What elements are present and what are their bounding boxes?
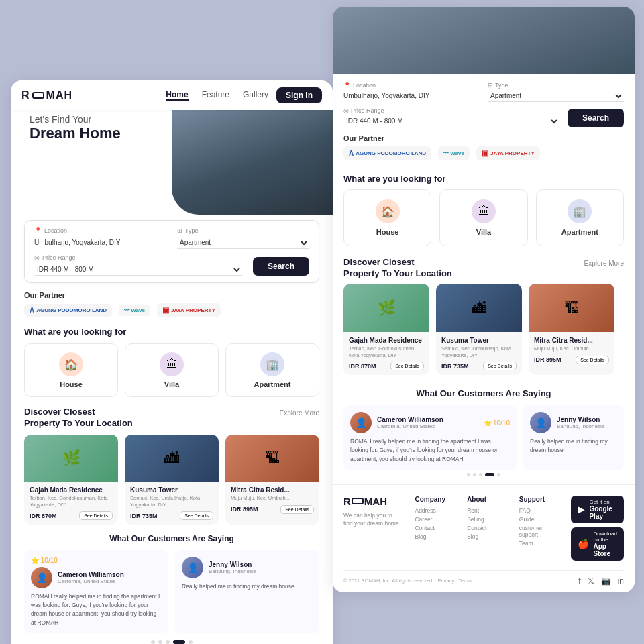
right-mitra-citra-name: Mitra Citra Resid... [534,337,609,344]
hero-line2: Dream Home [30,125,121,142]
villa-icon: 🏛 [160,352,184,376]
right-cameron-loc: California, United States [377,423,443,429]
right-villa-label: Villa [476,228,491,236]
apartment-label: Apartment [254,380,290,388]
right-search-button[interactable]: Search [568,109,624,127]
twitter-icon[interactable]: 𝕏 [588,576,594,586]
app-store-store: App Store [593,543,617,557]
right-testi-title: What Our Customers Are Saying [343,388,624,398]
footer-logo: RMAH [343,496,401,507]
footer: RMAH We can help you to find your dream … [333,484,635,592]
property-type-villa[interactable]: 🏛 Villa [125,343,219,397]
right-house-label: House [376,228,399,236]
right-house-card[interactable]: 🏠 House [343,189,431,246]
footer-customer-support[interactable]: customer support [519,525,558,538]
right-testi-cards: 👤 Cameron Williamson California, United … [343,405,624,470]
location-input[interactable] [34,237,166,248]
footer-privacy[interactable]: Privacy [438,578,455,584]
app-store-label: Download on the [593,531,617,543]
footer-team[interactable]: Team [519,540,558,547]
linkedin-icon[interactable]: in [618,576,624,586]
right-jenny-loc: Bandung, Indonesia [557,423,604,429]
right-hero [333,7,635,74]
footer-faq[interactable]: FAQ [519,507,558,514]
type-select[interactable]: Apartment House Villa [177,237,309,249]
nav-feature[interactable]: Feature [202,90,229,101]
footer-company-title: Company [415,496,453,503]
footer-rent[interactable]: Rent [467,507,506,514]
dot-4 [173,640,185,644]
dot-3 [166,640,170,644]
apartment-icon: 🏢 [260,352,284,376]
right-apartment-card[interactable]: 🏢 Apartment [536,189,624,246]
right-villa-card[interactable]: 🏛 Villa [439,189,527,246]
app-store-btn[interactable]: 🍎 Download on the App Store [571,527,624,561]
footer-desc: We can help you to find your dream home. [343,511,401,529]
right-apartment-icon: 🏢 [568,199,592,223]
villa-label: Villa [164,380,179,388]
footer-support: Support FAQ Guide customer support Team [519,496,558,561]
search-button[interactable]: Search [253,257,309,276]
right-price-select[interactable]: IDR 440 M - 800 M [343,115,559,127]
right-kusuma-tower-name: Kusuma Tower [441,337,517,344]
nav-home[interactable]: Home [166,90,188,101]
facebook-icon[interactable]: f [578,576,580,586]
looking-for-title: What are you looking for [24,327,319,337]
gajah-mada-details-btn[interactable]: See Details [79,511,113,520]
right-type-select[interactable]: Apartment House Villa [488,90,624,102]
right-mitra-citra-btn[interactable]: See Details [576,356,609,364]
kusuma-tower-details-btn[interactable]: See Details [180,511,213,520]
cameron-text: ROMAH really helped me in finding the ap… [31,592,162,627]
partner-title: Our Partner [24,291,319,299]
footer-bottom: © 2021 ROMAH, Inc. All rights reserved P… [343,570,624,586]
footer-social: f 𝕏 📷 in [578,576,624,586]
testimonials-title: What Our Customers Are Saying [24,534,319,543]
property-type-apartment[interactable]: 🏢 Apartment [225,343,319,397]
footer-selling[interactable]: Selling [467,516,506,523]
footer-career[interactable]: Career [415,516,453,523]
right-looking-for-title: What are you looking for [333,167,635,189]
testimonial-cards: ⭐ 10/10 👤 Cameron Williamson California,… [24,550,319,633]
right-explore-more[interactable]: Explore More [584,257,624,267]
footer-guide[interactable]: Guide [519,516,558,523]
nav-gallery[interactable]: Gallery [243,90,268,101]
sdot-5 [497,473,500,476]
right-jenny-name: Jenny Wilson [557,416,604,423]
footer-app-col: ▶ Get it on Google Play 🍎 Download on th… [571,496,624,561]
jenny-location: Bandung, Indonesia [209,568,256,574]
price-label: ◎ Price Range [34,254,242,261]
footer-support-title: Support [519,496,558,503]
right-partner-jaya: ▣ JAYA PROPERTY [476,146,540,160]
footer-contact[interactable]: Contact [415,525,453,531]
right-testimonials: What Our Customers Are Saying 👤 Cameron … [333,382,635,484]
type-field: ⊞ Type Apartment House Villa [177,227,309,249]
partner-section: Our Partner A AGUNG PODOMORO LAND 〰 Wave… [24,291,319,317]
right-kusuma-tower-btn[interactable]: See Details [483,362,517,370]
footer-company: Company Address Career Contact Blog [415,496,453,561]
dot-5 [189,640,193,644]
hero-text: Let's Find Your Dream Home [30,114,121,142]
right-cameron-name: Cameron Williamson [377,416,443,423]
footer-about-blog[interactable]: Blog [467,533,506,540]
footer-blog[interactable]: Blog [415,533,453,540]
right-gajah-mada-btn[interactable]: See Details [390,362,424,370]
instagram-icon[interactable]: 📷 [601,576,611,586]
cameron-avatar: 👤 [31,567,52,588]
explore-more-button[interactable]: Explore More [280,407,319,417]
footer-address[interactable]: Address [415,507,453,514]
right-property-types: 🏠 House 🏛 Villa 🏢 Apartment [333,189,635,253]
mitra-citra-details-btn[interactable]: See Details [280,505,314,514]
right-search-area: 📍 Location ⊞ Type Apartment House Villa [333,74,635,107]
right-panel: 📍 Location ⊞ Type Apartment House Villa … [333,7,635,592]
right-jenny-avatar: 👤 [530,412,551,433]
signin-button[interactable]: Sign In [276,87,322,103]
property-type-house[interactable]: 🏠 House [24,343,118,397]
mitra-citra-address: Muju Muju, Kec. Umbulh... [231,495,314,502]
google-play-btn[interactable]: ▶ Get it on Google Play [571,496,624,523]
right-location-field: 📍 Location [343,82,480,101]
price-select[interactable]: IDR 440 M - 800 M [34,264,242,276]
right-location-input[interactable] [343,91,480,101]
house-icon: 🏠 [59,352,83,376]
footer-terms[interactable]: Terms [458,578,472,584]
footer-about-contact[interactable]: Contact [467,525,506,531]
